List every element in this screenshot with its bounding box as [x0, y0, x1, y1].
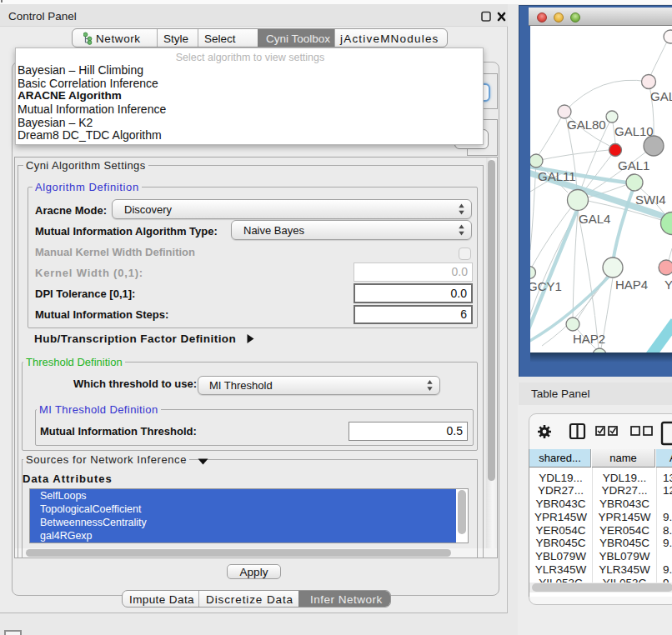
svg-text:GAL: GAL [650, 89, 672, 103]
svg-text:HAP4: HAP4 [615, 278, 648, 292]
svg-text:GAL10: GAL10 [614, 124, 654, 138]
svg-text:GAL80: GAL80 [567, 118, 606, 132]
svg-text:SWI4: SWI4 [635, 192, 666, 207]
svg-text:GAL4: GAL4 [579, 212, 610, 226]
svg-text:Y: Y [664, 278, 672, 292]
svg-text:GCY1: GCY1 [530, 279, 562, 293]
svg-text:HAP2: HAP2 [573, 332, 605, 346]
svg-text:GAL11: GAL11 [538, 169, 576, 183]
svg-text:GAL1: GAL1 [618, 158, 649, 172]
